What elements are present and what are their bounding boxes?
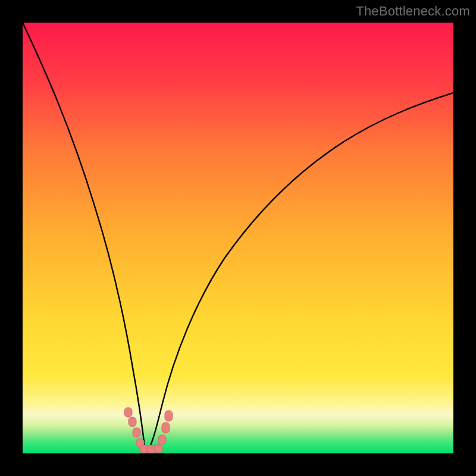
plot-area (23, 23, 453, 453)
marker-dot (133, 428, 140, 437)
marker-dot (165, 411, 173, 421)
curve-layer (23, 23, 453, 453)
chart-frame: TheBottleneck.com (0, 0, 476, 476)
marker-group (124, 408, 173, 453)
marker-dot (129, 417, 136, 427)
marker-dot (162, 422, 170, 433)
marker-dot (124, 408, 132, 417)
watermark-text: TheBottleneck.com (356, 4, 470, 19)
marker-dot (158, 435, 166, 444)
marker-dot (154, 444, 162, 453)
bottleneck-curve (23, 23, 453, 451)
